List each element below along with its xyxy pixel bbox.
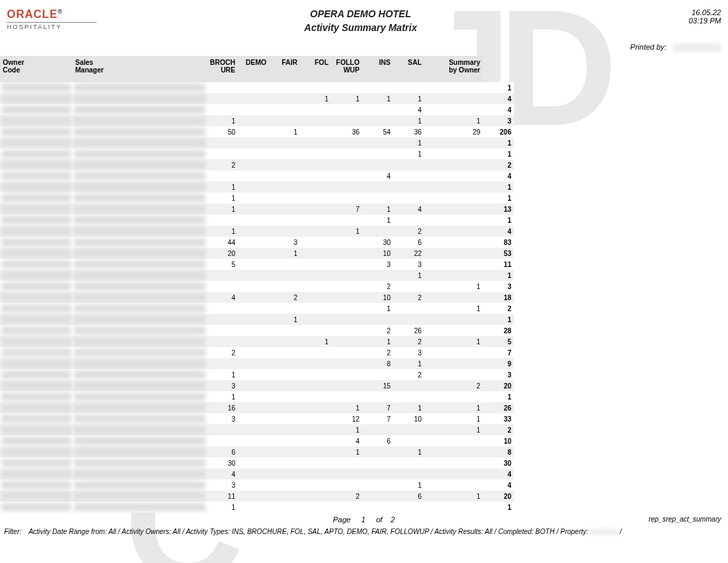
value-cell: 6 bbox=[393, 491, 424, 502]
value-cell bbox=[238, 480, 269, 491]
value-cell bbox=[269, 358, 300, 369]
value-cell bbox=[238, 215, 269, 226]
value-cell: 1 bbox=[269, 248, 300, 259]
value-cell: 1 bbox=[207, 192, 238, 204]
value-cell: 1 bbox=[424, 336, 483, 347]
value-cell bbox=[300, 226, 331, 237]
value-cell bbox=[362, 270, 393, 281]
value-cell bbox=[424, 204, 483, 215]
value-cell bbox=[424, 181, 483, 192]
report-id: rep_srep_act_summary bbox=[649, 515, 721, 523]
value-cell bbox=[300, 491, 331, 502]
value-cell bbox=[238, 181, 269, 192]
column-header: SAL bbox=[393, 56, 424, 82]
value-cell bbox=[300, 413, 331, 424]
value-cell: 1 bbox=[393, 93, 424, 104]
value-cell: 1 bbox=[207, 204, 238, 215]
sales-manager-cell bbox=[72, 435, 207, 446]
value-cell: 1 bbox=[331, 424, 362, 435]
value-cell bbox=[300, 435, 331, 446]
summary-cell: 206 bbox=[483, 126, 514, 137]
table-row: 11 bbox=[0, 192, 514, 204]
table-row: 53311 bbox=[0, 259, 514, 270]
value-cell bbox=[300, 82, 331, 93]
summary-cell: 5 bbox=[483, 336, 514, 347]
value-cell bbox=[300, 380, 331, 391]
value-cell bbox=[269, 402, 300, 413]
value-cell bbox=[331, 325, 362, 336]
value-cell: 1 bbox=[331, 226, 362, 237]
value-cell: 54 bbox=[362, 126, 393, 137]
value-cell: 1 bbox=[269, 126, 300, 137]
sales-manager-cell bbox=[72, 424, 207, 435]
value-cell bbox=[393, 82, 424, 93]
table-row: 11114 bbox=[0, 93, 514, 104]
value-cell: 1 bbox=[362, 336, 393, 347]
value-cell bbox=[238, 192, 269, 204]
value-cell: 16 bbox=[207, 402, 238, 413]
value-cell bbox=[300, 159, 331, 170]
value-cell bbox=[331, 215, 362, 226]
value-cell bbox=[424, 314, 483, 325]
value-cell bbox=[362, 446, 393, 457]
value-cell bbox=[238, 336, 269, 347]
summary-cell: 30 bbox=[483, 457, 514, 468]
value-cell: 12 bbox=[331, 413, 362, 424]
value-cell bbox=[362, 369, 393, 380]
value-cell bbox=[269, 159, 300, 170]
pager-of-label: of bbox=[376, 515, 382, 524]
summary-cell: 1 bbox=[483, 82, 514, 93]
owner-code-cell bbox=[0, 336, 72, 347]
value-cell bbox=[331, 380, 362, 391]
table-row: 11 bbox=[0, 181, 514, 192]
value-cell bbox=[269, 137, 300, 148]
summary-cell: 33 bbox=[483, 413, 514, 424]
value-cell bbox=[300, 248, 331, 259]
value-cell bbox=[362, 82, 393, 93]
table-row: 312710133 bbox=[0, 413, 514, 424]
summary-cell: 1 bbox=[483, 148, 514, 159]
summary-cell: 20 bbox=[483, 380, 514, 391]
sales-manager-cell bbox=[72, 457, 207, 468]
value-cell bbox=[238, 204, 269, 215]
sales-manager-cell bbox=[72, 491, 207, 502]
value-cell bbox=[393, 380, 424, 391]
value-cell bbox=[269, 380, 300, 391]
value-cell bbox=[269, 303, 300, 314]
value-cell bbox=[300, 270, 331, 281]
value-cell bbox=[300, 457, 331, 468]
value-cell bbox=[362, 148, 393, 159]
value-cell: 1 bbox=[207, 226, 238, 237]
value-cell bbox=[424, 270, 483, 281]
owner-code-cell bbox=[0, 204, 72, 215]
owner-code-cell bbox=[0, 446, 72, 457]
value-cell bbox=[424, 325, 483, 336]
owner-code-cell bbox=[0, 104, 72, 115]
value-cell bbox=[424, 215, 483, 226]
value-cell bbox=[331, 303, 362, 314]
owner-code-cell bbox=[0, 314, 72, 325]
value-cell: 1 bbox=[362, 93, 393, 104]
value-cell bbox=[238, 137, 269, 148]
value-cell bbox=[393, 159, 424, 170]
value-cell bbox=[269, 424, 300, 435]
value-cell: 50 bbox=[207, 126, 238, 137]
value-cell bbox=[424, 358, 483, 369]
value-cell bbox=[393, 170, 424, 181]
value-cell: 2 bbox=[269, 292, 300, 303]
table-row: 22628 bbox=[0, 325, 514, 336]
value-cell bbox=[238, 303, 269, 314]
sales-manager-cell bbox=[72, 192, 207, 204]
value-cell bbox=[331, 391, 362, 402]
summary-cell: 3 bbox=[483, 115, 514, 126]
owner-code-cell bbox=[0, 82, 72, 93]
value-cell bbox=[300, 215, 331, 226]
table-row: 1 bbox=[0, 82, 514, 93]
owner-code-cell bbox=[0, 226, 72, 237]
value-cell bbox=[300, 237, 331, 248]
value-cell: 26 bbox=[393, 325, 424, 336]
value-cell bbox=[362, 115, 393, 126]
value-cell bbox=[300, 281, 331, 292]
value-cell bbox=[424, 369, 483, 380]
value-cell: 1 bbox=[424, 303, 483, 314]
